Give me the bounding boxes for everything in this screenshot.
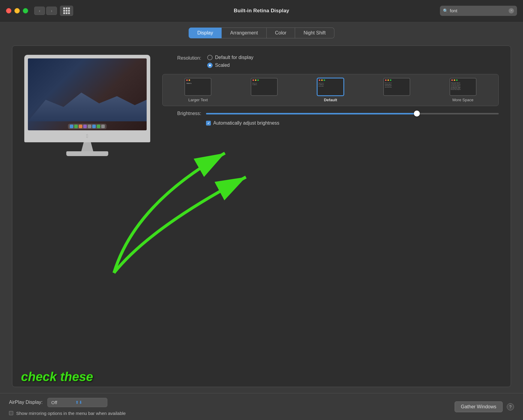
dock-icon-photos [92, 125, 96, 128]
brightness-thumb[interactable] [414, 111, 420, 117]
airplay-row: AirPlay Display: Off ⬆⬇ [9, 398, 126, 407]
window-title: Built-in Retina Display [234, 8, 289, 14]
chevron-updown-icon: ⬆⬇ [75, 400, 82, 405]
grid-icon [63, 7, 70, 14]
tab-display[interactable]: Display [189, 28, 222, 38]
tab-nightshift[interactable]: Night Shift [295, 28, 334, 38]
resolution-options: Default for display Scaled [207, 55, 253, 68]
monitor-section:  [24, 55, 150, 156]
stand-neck [81, 142, 93, 151]
screen-dock [68, 124, 107, 129]
radio-scaled-label: Scaled [215, 63, 230, 68]
monitor-screen [28, 58, 147, 130]
tab-bar: Display Arrangement Color Night Shift [12, 28, 511, 38]
radio-default[interactable]: Default for display [207, 55, 253, 60]
scale-preview-more: Here's to the crazy onetroublemakers. Th… [450, 78, 477, 96]
radio-scaled[interactable]: Scaled [207, 63, 253, 68]
airplay-label: AirPlay Display: [9, 400, 43, 405]
nav-buttons: ‹ › [34, 7, 57, 15]
monitor-outer:  [24, 55, 150, 142]
scale-option-2[interactable]: Here's totroublem [232, 78, 296, 102]
auto-brightness-row: ✓ Automatically adjust brightness [162, 120, 499, 126]
forward-button[interactable]: › [46, 7, 57, 15]
traffic-lights [6, 8, 28, 13]
scale-option-larger[interactable]: Here's Larger Text [166, 78, 230, 102]
monitor-stand [24, 142, 150, 156]
scale-preview-larger: Here's [184, 78, 211, 96]
stand-base [66, 151, 108, 156]
brightness-fill [206, 113, 417, 114]
gather-windows-button[interactable]: Gather Windows [455, 401, 503, 412]
scale-option-more[interactable]: Here's to the crazy onetroublemakers. Th… [431, 78, 495, 102]
bottom-left: AirPlay Display: Off ⬆⬇ Show mirroring o… [9, 398, 126, 416]
resolution-row: Resolution: Default for display Scaled [162, 55, 499, 68]
airplay-value: Off [51, 400, 57, 405]
dock-icon-misc [88, 125, 91, 128]
search-box: 🔍 ✕ [440, 6, 517, 16]
scale-option-default[interactable]: Here's to ttroublemaones who Default [299, 78, 363, 102]
bottom-right: Gather Windows ? [455, 401, 514, 412]
scale-option-4[interactable]: Here's to the crtroublemakers.ones who s… [365, 78, 429, 102]
auto-brightness-checkbox[interactable]: ✓ [206, 121, 211, 126]
radio-default-circle [207, 55, 213, 60]
scale-label-larger: Larger Text [188, 98, 208, 102]
close-button[interactable] [6, 8, 11, 13]
titlebar: ‹ › Built-in Retina Display 🔍 ✕ [0, 0, 523, 22]
scale-preview-4: Here's to the crtroublemakers.ones who s… [383, 78, 410, 96]
screen-mountain [28, 85, 147, 121]
scale-label-more: More Space [453, 98, 474, 102]
radio-default-label: Default for display [215, 55, 253, 60]
brightness-label: Brightness: [162, 111, 201, 116]
screen-wallpaper [28, 58, 147, 130]
checkbox-check-icon: ✓ [207, 121, 210, 125]
dock-icon-messages [74, 125, 78, 128]
dock-icon-trash [101, 125, 105, 128]
search-clear-button[interactable]: ✕ [509, 8, 514, 13]
dock-icon-safari [79, 125, 82, 128]
scale-preview-default: Here's to ttroublemaones who [317, 78, 344, 96]
settings-section: Resolution: Default for display Scaled [162, 55, 499, 126]
mirroring-row: Show mirroring options in the menu bar w… [9, 411, 126, 416]
dock-icon-maps [97, 125, 100, 128]
scale-label-default: Default [324, 98, 337, 102]
auto-brightness-label: Automatically adjust brightness [213, 120, 279, 126]
brightness-row: Brightness: [162, 111, 499, 116]
tab-color[interactable]: Color [267, 28, 295, 38]
minimize-button[interactable] [14, 8, 20, 13]
apple-logo:  [86, 133, 88, 139]
scale-preview-2: Here's totroublem [251, 78, 278, 96]
dock-icon-finder [70, 125, 73, 128]
search-input[interactable] [450, 8, 507, 13]
help-button[interactable]: ? [507, 403, 514, 410]
radio-scaled-circle [207, 63, 213, 68]
scale-options-grid: Here's Larger Text Here's totroublem [162, 74, 499, 106]
main-content: Display Arrangement Color Night Shift [0, 22, 523, 393]
search-icon: 🔍 [443, 8, 448, 13]
zoom-button[interactable] [23, 8, 28, 13]
mirroring-checkbox[interactable] [9, 411, 13, 415]
bottom-bar: AirPlay Display: Off ⬆⬇ Show mirroring o… [0, 393, 523, 420]
mirroring-label: Show mirroring options in the menu bar w… [16, 411, 126, 416]
back-button[interactable]: ‹ [34, 7, 45, 15]
airplay-select[interactable]: Off ⬆⬇ [47, 398, 107, 407]
tab-arrangement[interactable]: Arrangement [222, 28, 267, 38]
dock-icon-mail [83, 125, 87, 128]
grid-view-button[interactable] [60, 6, 73, 16]
brightness-slider[interactable] [206, 113, 499, 114]
content-panel:  Resolution: Default for display [12, 46, 511, 387]
resolution-label: Resolution: [162, 55, 201, 61]
